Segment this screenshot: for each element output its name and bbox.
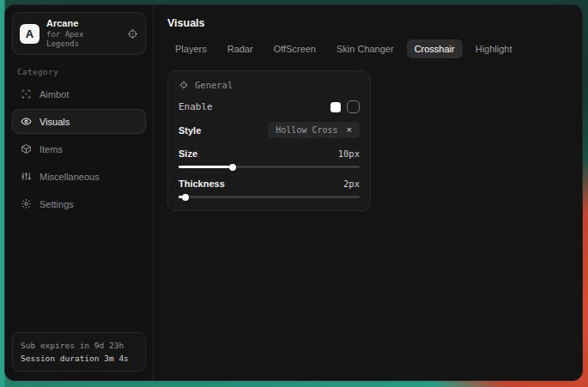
settings-gear-icon: [21, 198, 32, 209]
size-row: Size 10px: [179, 148, 360, 159]
thickness-row: Thickness 2px: [179, 178, 360, 189]
sub-expires-text: Sub expires in 9d 23h: [21, 339, 137, 352]
app-logo: A: [20, 24, 39, 44]
main-panel: Visuals Players Radar OffScreen Skin Cha…: [154, 5, 582, 380]
tab-crosshair[interactable]: Crosshair: [407, 39, 463, 58]
misc-sliders-icon: [21, 171, 32, 182]
sidebar-item-label: Miscellaneous: [39, 172, 100, 182]
general-target-icon: [179, 80, 189, 90]
style-row: Style Hollow Cross ×: [179, 122, 360, 138]
general-card-header: General: [179, 80, 360, 90]
sidebar-item-visuals[interactable]: Visuals: [12, 109, 146, 134]
aimbot-viewfinder-icon: [21, 88, 32, 100]
app-subtitle: for Apex Legends: [46, 30, 120, 50]
brand-text: Arcane for Apex Legends: [46, 18, 120, 49]
thickness-slider[interactable]: [179, 196, 360, 198]
subscription-info-box: Sub expires in 9d 23h Session duration 3…: [12, 332, 146, 372]
size-slider-fill: [179, 166, 233, 168]
sidebar-item-miscellaneous[interactable]: Miscellaneous: [12, 164, 146, 189]
sidebar-item-items[interactable]: Items: [12, 136, 146, 161]
crosshair-target-icon[interactable]: [127, 28, 138, 39]
size-label: Size: [179, 148, 197, 159]
enable-row: Enable: [179, 100, 360, 113]
style-value: Hollow Cross: [276, 125, 337, 135]
sidebar-item-label: Visuals: [39, 117, 70, 127]
sidebar-item-aimbot[interactable]: Aimbot: [12, 82, 146, 106]
style-tag[interactable]: Hollow Cross ×: [268, 122, 360, 138]
session-duration-text: Session duration 3m 4s: [21, 352, 137, 365]
tab-bar: Players Radar OffScreen Skin Changer Cro…: [167, 39, 568, 58]
tab-highlight[interactable]: Highlight: [468, 39, 520, 58]
sidebar: A Arcane for Apex Legends Category: [5, 5, 154, 380]
general-card-title: General: [195, 80, 233, 90]
sidebar-item-settings[interactable]: Settings: [12, 191, 146, 216]
style-label: Style: [179, 125, 201, 136]
sidebar-nav: Aimbot Visuals Items: [12, 82, 146, 216]
app-window: A Arcane for Apex Legends Category: [4, 4, 583, 381]
enable-controls: [330, 100, 360, 113]
thickness-value: 2px: [343, 178, 360, 189]
enable-label: Enable: [179, 101, 213, 112]
thickness-label: Thickness: [179, 178, 225, 189]
page-title: Visuals: [167, 17, 568, 29]
brand-card: A Arcane for Apex Legends: [12, 12, 146, 55]
category-label: Category: [17, 67, 146, 76]
enable-checkbox-checked[interactable]: [330, 102, 341, 112]
general-card: General Enable Style Hollow Cross × Size…: [167, 70, 371, 211]
sidebar-item-label: Items: [39, 144, 63, 154]
remove-style-icon[interactable]: ×: [347, 125, 352, 135]
tab-radar[interactable]: Radar: [220, 39, 261, 58]
tab-offscreen[interactable]: OffScreen: [266, 39, 324, 58]
tab-skin-changer[interactable]: Skin Changer: [329, 39, 402, 58]
size-value: 10px: [338, 148, 360, 159]
sidebar-item-label: Aimbot: [39, 89, 69, 100]
enable-checkbox-unchecked[interactable]: [347, 100, 360, 113]
visuals-eye-icon: [21, 116, 32, 127]
items-package-icon: [21, 143, 32, 154]
app-name: Arcane: [46, 18, 120, 30]
size-slider[interactable]: [179, 166, 360, 168]
size-slider-thumb[interactable]: [229, 164, 236, 171]
thickness-slider-thumb[interactable]: [182, 194, 189, 201]
tab-players[interactable]: Players: [167, 39, 215, 58]
sidebar-item-label: Settings: [39, 199, 74, 209]
